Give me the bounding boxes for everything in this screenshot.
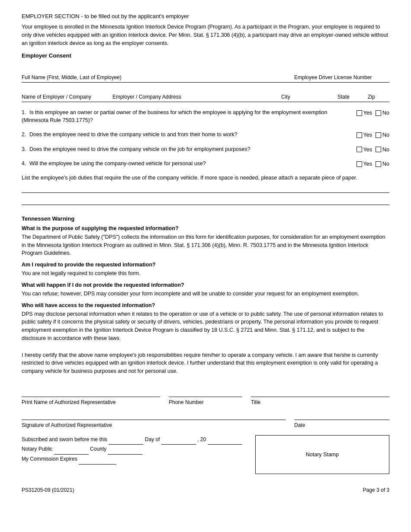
phone-field[interactable] [169, 388, 242, 397]
job-duties-instructions: List the employee's job duties that requ… [22, 175, 389, 181]
q2-no-label[interactable]: No [376, 132, 389, 138]
q2-no-checkbox[interactable] [376, 132, 381, 138]
question-3-text: 3. Does the employee need to drive the c… [22, 146, 356, 154]
q1-yes-label[interactable]: Yes [356, 110, 372, 116]
q4-yes-checkbox[interactable] [356, 161, 362, 167]
q4-yes-label[interactable]: Yes [356, 161, 372, 167]
q1-no-text: No [382, 110, 389, 116]
q3-no-checkbox[interactable] [376, 147, 381, 152]
q1-no-checkbox[interactable] [376, 110, 381, 116]
state-label: State [337, 94, 363, 100]
employer-address-field: Employer / Company Address [112, 84, 277, 100]
q4-body: Will the employee be using the company-o… [29, 160, 206, 167]
title-field[interactable] [251, 388, 389, 397]
tennessen-q2-body: You are not legally required to complete… [22, 269, 389, 278]
q2-yes-no: Yes No [356, 131, 389, 138]
employer-name-label: Name of Employer / Company [22, 94, 108, 100]
q1-yes-no: Yes No [356, 109, 389, 116]
year-blank[interactable] [208, 435, 242, 445]
tennessen-q4-heading: Who will have access to the requested in… [22, 302, 389, 308]
day-text: Day of [145, 436, 160, 442]
date-label: Date [294, 422, 389, 428]
q2-yes-checkbox[interactable] [356, 132, 362, 138]
city-label: City [281, 94, 333, 100]
form-row-2: Name of Employer / Company Employer / Co… [22, 84, 389, 102]
q1-body: Is this employee an owner or partial own… [22, 109, 327, 123]
print-name-field[interactable] [22, 388, 160, 397]
question-3-row: 3. Does the employee need to drive the c… [22, 146, 389, 154]
notary-public-line: Notary Public County [22, 445, 247, 455]
question-4-text: 4. Will the employee be using the compan… [22, 160, 356, 168]
sig-row-1-labels: Print Name of Authorized Representative … [22, 398, 389, 405]
sig-rep-label: Signature of Authorized Representative [22, 422, 286, 428]
tennessen-q1-heading: What is the purpose of supplying the req… [22, 225, 389, 231]
license-label: Employee Driver License Number [294, 74, 389, 80]
phone-label: Phone Number [169, 399, 242, 405]
q4-yes-text: Yes [363, 161, 372, 167]
address-label: Employer / Company Address [112, 94, 277, 100]
employer-name-field: Name of Employer / Company [22, 84, 108, 100]
q3-no-text: No [382, 147, 389, 153]
sworn-text: Subscribed and sworn before me this [22, 436, 107, 442]
q1-yes-text: Yes [363, 110, 372, 116]
notary-public-blank[interactable] [54, 445, 89, 455]
question-2-text: 2. Does the employee need to drive the c… [22, 131, 356, 139]
signature-section: Print Name of Authorized Representative … [22, 388, 389, 474]
sig-row-1 [22, 388, 389, 397]
full-name-field: Full Name (First, Middle, Last of Employ… [22, 65, 290, 80]
commission-blank[interactable] [79, 455, 116, 465]
job-duties-line-2[interactable] [22, 195, 389, 205]
q2-no-text: No [382, 132, 389, 138]
zip-field: Zip [368, 84, 389, 100]
tennessen-q1-body: The Department of Public Safety ("DPS") … [22, 233, 389, 257]
form-row-1: Full Name (First, Middle, Last of Employ… [22, 65, 389, 83]
zip-label: Zip [368, 94, 389, 100]
tennessen-q3-heading: What will happen if I do not provide the… [22, 282, 389, 288]
month-blank[interactable] [161, 435, 196, 445]
tennessen-section: Tennessen Warning What is the purpose of… [22, 215, 389, 343]
county-label: County [90, 446, 106, 452]
certify-text: I hereby certify that the above name emp… [22, 351, 389, 375]
tennessen-q3-body: You can refuse; however, DPS may conside… [22, 290, 389, 298]
employer-consent-title: Employer Consent [22, 52, 389, 59]
date-field[interactable] [294, 411, 389, 420]
q4-no-label[interactable]: No [376, 161, 389, 167]
q3-yes-checkbox[interactable] [356, 147, 362, 152]
intro-paragraph: Your employee is enrolled in the Minneso… [22, 23, 389, 47]
q4-no-checkbox[interactable] [376, 161, 381, 167]
notary-section: Subscribed and sworn before me this Day … [22, 435, 389, 474]
sig-rep-field[interactable] [22, 411, 286, 420]
year-prefix: , 20 [197, 436, 206, 442]
q1-number: 1. [22, 109, 26, 115]
commission-label: My Commission Expires [22, 456, 77, 462]
footer: PS31205-09 (01/2021) Page 3 of 3 [22, 487, 389, 493]
notary-stamp-box: Notary Stamp [255, 435, 389, 474]
commission-line: My Commission Expires [22, 455, 247, 465]
job-duties-section: List the employee's job duties that requ… [22, 175, 389, 205]
sig-row-2 [22, 411, 389, 420]
q3-no-label[interactable]: No [376, 147, 389, 153]
q3-yes-no: Yes No [356, 146, 389, 153]
q3-body: Does the employee need to drive the comp… [29, 146, 250, 152]
day-blank[interactable] [109, 435, 143, 445]
q1-no-label[interactable]: No [376, 110, 389, 116]
q2-number: 2. [22, 131, 26, 138]
page-info: Page 3 of 3 [363, 487, 389, 493]
county-blank[interactable] [108, 445, 142, 455]
notary-left: Subscribed and sworn before me this Day … [22, 435, 247, 474]
q3-yes-text: Yes [363, 147, 372, 153]
question-1-row: 1. Is this employee an owner or partial … [22, 109, 389, 124]
q3-number: 3. [22, 146, 26, 152]
license-field: Employee Driver License Number [294, 65, 389, 80]
q2-yes-text: Yes [363, 132, 372, 138]
section-title: EMPLOYER SECTION - to be filled out by t… [22, 13, 389, 19]
q4-number: 4. [22, 160, 26, 167]
q4-no-text: No [382, 161, 389, 167]
q3-yes-label[interactable]: Yes [356, 147, 372, 153]
q2-yes-label[interactable]: Yes [356, 132, 372, 138]
print-name-label: Print Name of Authorized Representative [22, 399, 160, 405]
tennessen-q2-heading: Am I required to provide the requested i… [22, 262, 389, 268]
q1-yes-checkbox[interactable] [356, 110, 362, 116]
q4-yes-no: Yes No [356, 160, 389, 167]
job-duties-line-1[interactable] [22, 183, 389, 193]
